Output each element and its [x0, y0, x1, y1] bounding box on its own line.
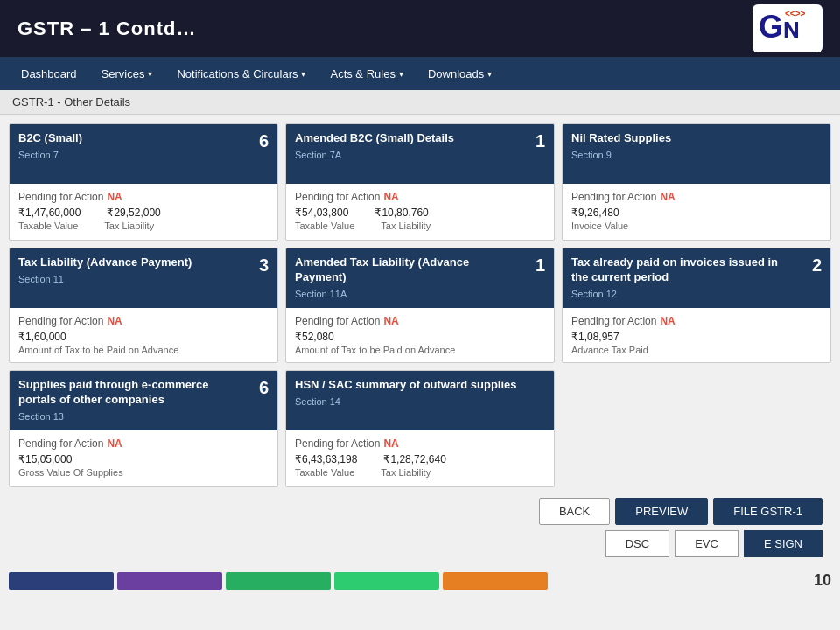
card-header-hsn: HSN / SAC summary of outward supplies Se…	[286, 371, 554, 430]
card-section-hsn: Section 14	[295, 396, 545, 407]
header: GSTR – 1 Contd… G N <<>>	[0, 0, 840, 57]
card-body-amended-b2c: Pending for Action NA ₹54,03,800 ₹10,80,…	[286, 184, 554, 240]
card-tax-liability-advance: Tax Liability (Advance Payment) Section …	[9, 248, 278, 363]
evc-button[interactable]: EVC	[675, 530, 738, 557]
card-nil-rated: Nil Rated Supplies Section 9 Pending for…	[562, 123, 831, 241]
action-buttons-row2: DSC EVC E SIGN	[9, 528, 831, 559]
card-amended-tax-liability: Amended Tax Liability (Advance Payment) …	[285, 248, 555, 363]
card-row-3: Supplies paid through e-commerce portals…	[9, 370, 831, 487]
page-number: 10	[814, 571, 831, 590]
card-title-hsn: HSN / SAC summary of outward supplies	[295, 378, 545, 393]
card-header-tpi: Tax already paid on invoices issued in t…	[563, 248, 830, 308]
card-body-tla: Pending for Action NA ₹1,60,000 Amount o…	[10, 308, 277, 362]
footer: 10	[0, 568, 840, 593]
chevron-down-icon: ▾	[399, 69, 403, 79]
card-title-amended-b2c: Amended B2C (Small) Details	[295, 131, 545, 146]
action-buttons-row1: BACK PREVIEW FILE GSTR-1	[9, 494, 831, 528]
card-body-nil: Pending for Action NA ₹9,26,480 Invoice …	[563, 184, 830, 240]
card-hsn-sac: HSN / SAC summary of outward supplies Se…	[285, 370, 555, 487]
chevron-down-icon: ▾	[148, 69, 152, 79]
nav-downloads[interactable]: Downloads ▾	[416, 57, 504, 90]
chevron-down-icon: ▾	[301, 69, 305, 79]
color-block-navy	[9, 572, 114, 590]
card-body-ecom: Pending for Action NA ₹15,05,000 Gross V…	[10, 430, 277, 485]
card-title-ecom: Supplies paid through e-commerce portals…	[18, 378, 269, 408]
card-header-ecom: Supplies paid through e-commerce portals…	[10, 371, 277, 430]
svg-text:N: N	[783, 17, 800, 43]
card-title-b2c: B2C (Small)	[18, 131, 269, 146]
color-block-green-light	[334, 572, 439, 590]
card-section-tla: Section 11	[18, 274, 269, 284]
card-count-atla: 1	[536, 256, 545, 276]
card-header-tla: Tax Liability (Advance Payment) Section …	[10, 248, 277, 308]
file-gstr-button[interactable]: FILE GSTR-1	[713, 498, 822, 525]
card-header-nil: Nil Rated Supplies Section 9	[563, 124, 830, 184]
card-body-tpi: Pending for Action NA ₹1,08,957 Advance …	[563, 308, 830, 362]
card-amended-b2c: Amended B2C (Small) Details Section 7A 1…	[285, 123, 555, 241]
card-title-nil: Nil Rated Supplies	[571, 131, 822, 146]
color-block-purple	[117, 572, 222, 590]
svg-text:<<>>: <<>>	[785, 9, 806, 18]
color-block-green-dark	[226, 572, 331, 590]
preview-button[interactable]: PREVIEW	[615, 498, 708, 525]
card-tax-paid-invoices: Tax already paid on invoices issued in t…	[562, 248, 831, 363]
nav-acts-rules[interactable]: Acts & Rules ▾	[318, 57, 415, 90]
card-section-tpi: Section 12	[571, 289, 822, 299]
card-ecommerce: Supplies paid through e-commerce portals…	[9, 370, 278, 487]
chevron-down-icon: ▾	[487, 69, 492, 79]
card-body-atla: Pending for Action NA ₹52,080 Amount of …	[286, 308, 554, 362]
breadcrumb: GSTR-1 - Other Details	[0, 90, 840, 115]
card-count-b2c: 6	[259, 131, 269, 151]
color-block-orange	[443, 572, 548, 590]
card-section-ecom: Section 13	[18, 411, 269, 422]
card-header-atla: Amended Tax Liability (Advance Payment) …	[286, 248, 554, 308]
card-section-b2c: Section 7	[18, 150, 269, 160]
card-body-hsn: Pending for Action NA ₹6,43,63,198 ₹1,28…	[286, 430, 554, 486]
nav-services[interactable]: Services ▾	[89, 57, 165, 90]
card-row-2: Tax Liability (Advance Payment) Section …	[9, 248, 831, 363]
card-b2c-small: B2C (Small) Section 7 6 Pending for Acti…	[9, 123, 278, 241]
card-section-amended-b2c: Section 7A	[295, 150, 545, 160]
page-title: GSTR – 1 Contd…	[18, 18, 196, 40]
card-body-b2c: Pending for Action NA ₹1,47,60,000 ₹29,5…	[10, 184, 277, 240]
color-blocks	[9, 572, 548, 590]
card-header-amended-b2c: Amended B2C (Small) Details Section 7A 1	[286, 124, 554, 184]
card-section-nil: Section 9	[571, 150, 822, 160]
card-count-tla: 3	[259, 256, 269, 276]
navbar: Dashboard Services ▾ Notifications & Cir…	[0, 57, 840, 90]
card-header-b2c: B2C (Small) Section 7 6	[10, 124, 277, 184]
card-title-tla: Tax Liability (Advance Payment)	[18, 256, 269, 270]
empty-cell	[562, 370, 831, 487]
back-button[interactable]: BACK	[539, 498, 610, 525]
card-title-tpi: Tax already paid on invoices issued in t…	[571, 256, 822, 285]
logo: G N <<>>	[752, 4, 822, 52]
card-count-amended-b2c: 1	[536, 131, 545, 151]
svg-text:G: G	[759, 9, 783, 45]
esign-button[interactable]: E SIGN	[744, 530, 822, 557]
card-count-ecom: 6	[259, 378, 269, 398]
card-row-1: B2C (Small) Section 7 6 Pending for Acti…	[9, 123, 831, 241]
main-content: B2C (Small) Section 7 6 Pending for Acti…	[0, 115, 840, 568]
nav-notifications[interactable]: Notifications & Circulars ▾	[164, 57, 318, 90]
dsc-button[interactable]: DSC	[606, 530, 669, 557]
nav-dashboard[interactable]: Dashboard	[9, 57, 89, 90]
logo-text: G N <<>>	[757, 4, 818, 52]
card-count-tpi: 2	[812, 256, 822, 276]
card-title-atla: Amended Tax Liability (Advance Payment)	[295, 256, 545, 285]
card-section-atla: Section 11A	[295, 289, 545, 299]
